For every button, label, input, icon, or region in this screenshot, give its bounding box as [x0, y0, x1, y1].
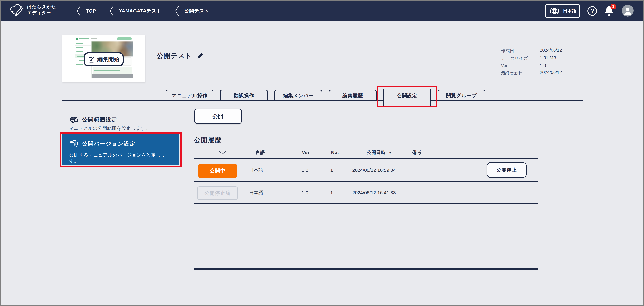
- row-divider: [194, 181, 538, 182]
- globe-lock-icon: [69, 115, 78, 124]
- rename-button[interactable]: [196, 52, 204, 60]
- globe-sync-icon: [548, 6, 561, 16]
- cell-language: 日本語: [249, 160, 263, 181]
- chevron-left-icon: [109, 5, 114, 17]
- breadcrumb-item-publish-test[interactable]: 公開テスト: [174, 5, 209, 17]
- pencil-icon: [196, 52, 204, 60]
- help-icon[interactable]: ?: [588, 6, 597, 16]
- edit-square-icon: [88, 56, 95, 63]
- history-table-header: 言語 Ver. No. 公開日時 ▼ 備考: [194, 147, 538, 158]
- meta-value: 1.31 MB: [540, 55, 562, 61]
- chevron-left-icon: [76, 5, 81, 17]
- tab-view-groups[interactable]: 閲覧グループ: [438, 90, 486, 101]
- app-window: はたらきかた エディター TOP YAMAGATAテスト 公開テスト: [0, 0, 644, 306]
- publish-history-title: 公開履歴: [194, 136, 222, 145]
- thumb-header: [75, 37, 133, 41]
- sort-desc-icon: ▼: [388, 150, 392, 155]
- sidebar-item-publish-scope[interactable]: 公開範囲設定: [69, 115, 117, 124]
- app-name: はたらきかた エディター: [27, 4, 56, 16]
- tab-edit-history[interactable]: 編集履歴: [329, 90, 377, 101]
- app-logo[interactable]: はたらきかた エディター: [9, 2, 56, 17]
- language-button[interactable]: 日本語: [545, 4, 580, 18]
- cell-published-at: 2024/06/12 16:41:33: [352, 182, 396, 203]
- meta-label: Ver.: [501, 63, 540, 68]
- status-badge-unpublished: 公開停止済: [197, 186, 238, 200]
- meta-label: 最終更新日: [501, 70, 540, 76]
- col-header-published-at[interactable]: 公開日時 ▼: [367, 147, 392, 158]
- meta-label: データサイズ: [501, 55, 540, 61]
- col-header-note: 備考: [412, 147, 422, 158]
- page-title: 公開テスト: [157, 51, 192, 60]
- row-divider: [194, 203, 538, 204]
- col-header-language: 言語: [256, 147, 265, 158]
- tab-manual-operation[interactable]: マニュアル操作: [166, 90, 214, 101]
- thumb-footer: [92, 74, 133, 78]
- avatar[interactable]: [622, 5, 634, 18]
- topbar-actions: 日本語 ? 1: [545, 1, 634, 21]
- cell-number: 1: [330, 160, 333, 181]
- tab-publish-settings[interactable]: 公開設定: [383, 89, 431, 107]
- unpublish-button[interactable]: 公開停止: [486, 162, 527, 178]
- version-sync-icon: [69, 139, 78, 148]
- tab-edit-members[interactable]: 編集メンバー: [274, 90, 322, 101]
- breadcrumb-item-yamagata-test[interactable]: YAMAGATAテスト: [109, 5, 162, 17]
- tabbar-underline: [62, 100, 584, 101]
- sidebar-item-publish-scope-desc: マニュアルの公開範囲を設定します。: [68, 125, 150, 131]
- col-header-version: Ver.: [302, 147, 311, 158]
- meta-label: 作成日: [501, 48, 540, 54]
- expand-chevron-icon[interactable]: [219, 147, 226, 158]
- table-header-divider: [194, 158, 538, 159]
- user-icon: [622, 5, 634, 17]
- doc-title-row: 公開テスト: [157, 51, 204, 60]
- cell-version: 1.0: [302, 160, 308, 181]
- meta-value: 2024/06/12: [540, 70, 562, 76]
- meta-value: 2024/06/12: [540, 48, 562, 54]
- cell-version: 1.0: [302, 182, 308, 203]
- notification-bell-icon[interactable]: 1: [604, 5, 614, 17]
- col-header-number: No.: [331, 147, 339, 158]
- breadcrumb: TOP YAMAGATAテスト 公開テスト: [76, 1, 209, 21]
- cloud-pencil-logo-icon: [9, 2, 24, 17]
- cell-published-at: 2024/06/12 16:59:04: [352, 160, 396, 181]
- cell-language: 日本語: [249, 182, 263, 203]
- document-meta: 作成日 2024/06/12 データサイズ 1.31 MB Ver. 1.0 最…: [501, 48, 562, 76]
- status-badge-published: 公開中: [198, 164, 237, 178]
- edit-start-button[interactable]: 編集開始: [84, 52, 124, 66]
- publish-button[interactable]: 公開: [194, 109, 242, 124]
- breadcrumb-item-top[interactable]: TOP: [76, 5, 96, 17]
- notification-count-badge: 1: [610, 4, 616, 10]
- meta-value: 1.0: [540, 63, 562, 68]
- chevron-left-icon: [174, 5, 180, 17]
- table-row: 公開停止済 日本語 1.0 1 2024/06/12 16:41:33: [194, 182, 538, 203]
- tab-translation[interactable]: 翻訳操作: [220, 90, 268, 101]
- topbar: はたらきかた エディター TOP YAMAGATAテスト 公開テスト: [1, 1, 643, 21]
- table-row: 公開中 日本語 1.0 1 2024/06/12 16:59:04 公開停止: [194, 160, 538, 181]
- table-bottom-divider: [194, 268, 538, 269]
- thumb-link-list: [93, 67, 132, 74]
- sidebar-item-publish-version[interactable]: 公開バージョン設定 公開するマニュアルのバージョンを設定します。: [62, 134, 179, 165]
- cell-number: 1: [330, 182, 333, 203]
